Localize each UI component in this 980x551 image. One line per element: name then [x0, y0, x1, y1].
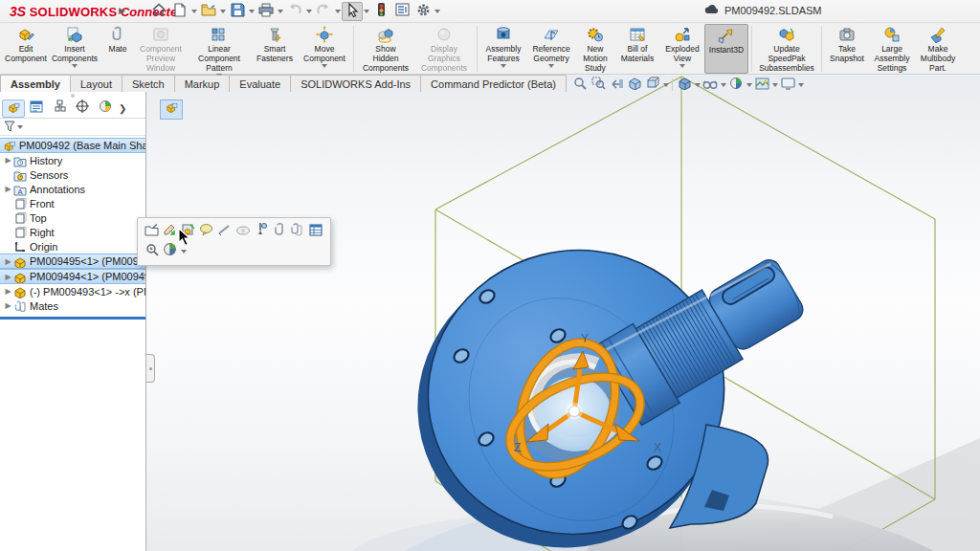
tab-sketch[interactable]: Sketch — [122, 75, 175, 92]
ribbon-button-instant3d[interactable]: Instant3D — [704, 24, 748, 74]
ribbon-button-update-speedpak[interactable]: Update SpeedPak Subassemblies — [755, 24, 818, 74]
appearance-clip-button[interactable] — [270, 222, 288, 240]
open-component-button[interactable] — [143, 222, 161, 240]
ribbon-button-reference-geometry[interactable]: Reference Geometry — [526, 24, 576, 74]
print-dropdown[interactable] — [277, 2, 284, 21]
tree-row-right-plane[interactable]: Right — [0, 225, 145, 239]
tree-filter-bar[interactable] — [0, 119, 145, 136]
tab-layout[interactable]: Layout — [70, 75, 122, 92]
apply-scene-dropdown[interactable] — [771, 83, 778, 87]
tab-solidworks-add-ins[interactable]: SOLIDWORKS Add-Ins — [290, 75, 421, 92]
tab-dimxpertmanager[interactable] — [71, 99, 94, 118]
dropdown-caret[interactable] — [72, 64, 78, 68]
expand-arrow-icon[interactable]: ▶ — [3, 257, 13, 266]
ribbon-button-new-motion-study[interactable]: New Motion Study — [576, 24, 614, 74]
view-settings-button[interactable] — [779, 77, 796, 93]
new-document-dropdown[interactable] — [190, 2, 198, 21]
tree-row-origin[interactable]: Origin — [0, 239, 145, 253]
zoom-to-area-button[interactable] — [590, 77, 607, 93]
tree-row-assembly-root[interactable]: PM009492 (Base Main Shaft) <Default — [0, 138, 145, 153]
ribbon-button-assembly-features[interactable]: Assembly Features — [480, 24, 526, 74]
ribbon-button-edit-component[interactable]: Edit Component — [4, 24, 48, 74]
display-style-dropdown[interactable] — [694, 83, 701, 87]
view-settings-dropdown[interactable] — [797, 83, 804, 87]
zoom-to-fit-button[interactable] — [571, 77, 589, 93]
home-button[interactable] — [148, 2, 169, 21]
flange-shaft-part[interactable] — [387, 219, 813, 551]
edit-appearance-button[interactable] — [727, 77, 745, 93]
save-dropdown[interactable] — [248, 2, 256, 21]
panel-splitter-handle[interactable] — [146, 354, 155, 383]
tab-displaymanager[interactable] — [94, 99, 117, 118]
ribbon-button-move-component[interactable]: Move Component — [299, 24, 350, 74]
tree-row-mates[interactable]: ▶ Mates — [0, 298, 145, 313]
tab-propertymanager[interactable] — [25, 99, 48, 118]
expand-arrow-icon[interactable]: ▶ — [3, 273, 13, 281]
comment-button[interactable] — [197, 222, 215, 240]
settings-dropdown[interactable] — [434, 2, 441, 21]
tree-row-top-plane[interactable]: Top — [0, 210, 145, 225]
apply-scene-button[interactable] — [753, 77, 770, 93]
ribbon-button-show-hidden-components[interactable]: Show Hidden Components — [357, 24, 414, 74]
ribbon-button-insert-components[interactable]: Insert Components — [48, 24, 101, 74]
tab-configurationmanager[interactable] — [48, 99, 71, 118]
expand-arrow-icon[interactable]: ▶ — [3, 287, 13, 296]
view-orientation-button[interactable] — [644, 77, 661, 93]
display-style-button[interactable] — [676, 77, 693, 93]
undo-dropdown[interactable] — [305, 2, 313, 21]
tab-featuremanager-tree[interactable] — [2, 99, 25, 118]
tree-row-front-plane[interactable]: Front — [0, 196, 145, 210]
new-document-button[interactable] — [169, 2, 190, 21]
save-button[interactable] — [227, 2, 248, 21]
dropdown-caret[interactable] — [322, 64, 327, 68]
tab-assembly[interactable]: Assembly — [0, 75, 71, 92]
hide-show-items-button[interactable] — [702, 77, 719, 93]
open-dropdown[interactable] — [219, 2, 227, 21]
view-orientation-dropdown[interactable] — [662, 83, 669, 87]
dropdown-caret[interactable] — [501, 64, 506, 68]
ribbon-button-make-multibody-part[interactable]: Make Multibody Part. — [915, 24, 961, 74]
open-button[interactable] — [198, 2, 219, 21]
ribbon-button-exploded-view[interactable]: Exploded View — [660, 24, 704, 74]
select-tool-dropdown[interactable] — [363, 2, 370, 21]
print-button[interactable] — [256, 2, 277, 21]
dropdown-caret[interactable] — [679, 64, 685, 68]
component-properties-button[interactable] — [306, 222, 324, 240]
tree-row-history[interactable]: ▶ History — [0, 153, 145, 167]
tree-row-sensors[interactable]: Sensors — [0, 167, 145, 182]
panel-grip[interactable] — [0, 92, 145, 99]
redo-dropdown[interactable] — [334, 2, 342, 21]
select-tool-button[interactable] — [342, 2, 363, 21]
more-tabs-chevron[interactable]: ❯ — [119, 103, 126, 114]
tab-evaluate[interactable]: Evaluate — [229, 75, 291, 92]
expand-arrow-icon[interactable]: ▶ — [3, 156, 13, 165]
fix-component-button[interactable] — [252, 222, 270, 240]
measure-button[interactable] — [215, 222, 234, 240]
tree-row-component-pm009493[interactable]: ▶ (-) PM009493<1> ->x (PM009493) — [0, 284, 145, 298]
hide-component-button[interactable] — [234, 222, 252, 240]
filter-dropdown[interactable] — [17, 125, 23, 129]
ribbon-button-linear-component-pattern[interactable]: Linear Component Pattern — [188, 24, 251, 74]
ribbon-button-take-snapshot[interactable]: Take Snapshot — [825, 24, 869, 74]
triad-center[interactable] — [569, 407, 580, 417]
zoom-to-selection-button[interactable] — [143, 242, 161, 260]
ribbon-button-component-preview-window[interactable]: Component Preview Window — [134, 24, 188, 74]
redo-button[interactable] — [313, 2, 334, 21]
ribbon-button-mate[interactable]: Mate — [101, 24, 134, 74]
hide-show-dropdown[interactable] — [720, 83, 726, 87]
edit-appearance-dropdown[interactable] — [746, 83, 752, 87]
settings-button[interactable] — [412, 2, 434, 21]
rollback-bar[interactable] — [0, 317, 145, 320]
ribbon-button-display-graphics-components[interactable]: Display Graphics Components — [414, 24, 474, 74]
appearances-button[interactable] — [288, 222, 306, 240]
section-view-button[interactable] — [626, 77, 643, 93]
menu-expand-arrow[interactable]: ▶ — [119, 6, 125, 15]
stoplight-button[interactable] — [370, 2, 391, 21]
dropdown-caret[interactable] — [548, 64, 554, 68]
expand-arrow-icon[interactable]: ▶ — [3, 301, 13, 310]
ribbon-button-bill-of-materials[interactable]: Bill of Materials — [614, 24, 660, 74]
edit-part-button[interactable] — [161, 222, 179, 240]
model-scene[interactable]: Y X Z — [146, 75, 980, 551]
tree-row-annotations[interactable]: ▶ A Annotations — [0, 182, 145, 196]
expand-arrow-icon[interactable]: ▶ — [3, 185, 13, 193]
